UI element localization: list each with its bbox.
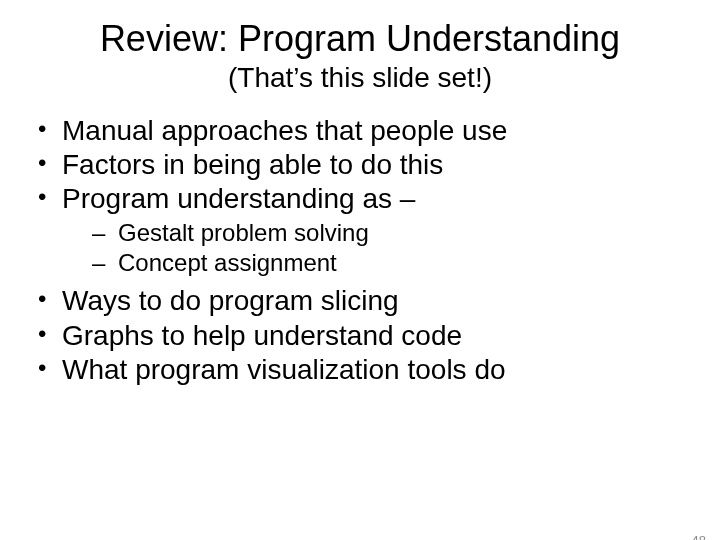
sub-bullet-list: Gestalt problem solving Concept assignme… [62,218,690,278]
bullet-item: Factors in being able to do this [34,148,690,182]
slide-body: Manual approaches that people use Factor… [34,114,690,387]
bullet-text: Program understanding as – [62,183,415,214]
bullet-item: What program visualization tools do [34,353,690,387]
sub-bullet-item: Gestalt problem solving [62,218,690,248]
slide-title: Review: Program Understanding [0,18,720,60]
page-number: 48 [692,533,706,540]
bullet-item: Ways to do program slicing [34,284,690,318]
bullet-item: Manual approaches that people use [34,114,690,148]
bullet-item: Program understanding as – Gestalt probl… [34,182,690,278]
sub-bullet-item: Concept assignment [62,248,690,278]
slide-subtitle: (That’s this slide set!) [0,62,720,94]
bullet-list: Manual approaches that people use Factor… [34,114,690,387]
bullet-item: Graphs to help understand code [34,319,690,353]
slide: Review: Program Understanding (That’s th… [0,18,720,540]
